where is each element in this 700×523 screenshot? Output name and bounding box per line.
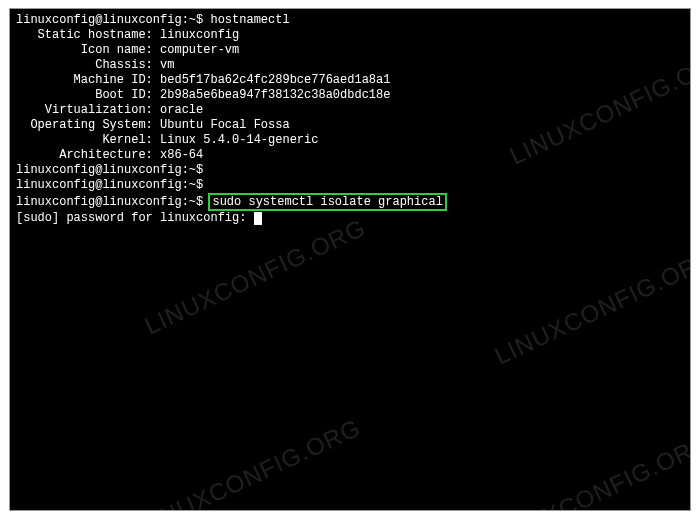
prompt-line-3: linuxconfig@linuxconfig:~$	[16, 178, 684, 193]
watermark-text: LINUXCONFIG.ORG	[493, 249, 691, 364]
sudo-password-prompt: [sudo] password for linuxconfig:	[16, 211, 684, 226]
watermark-text: LINUXCONFIG.ORG	[143, 219, 367, 334]
prompt-line-2: linuxconfig@linuxconfig:~$	[16, 163, 684, 178]
output-line: Architecture: x86-64	[16, 148, 684, 163]
output-line: Boot ID: 2b98a5e6bea947f38132c38a0dbdc18…	[16, 88, 684, 103]
output-line: Virtualization: oracle	[16, 103, 684, 118]
watermark-text: LINUXCONFIG.ORG	[488, 434, 691, 511]
output-line: Machine ID: bed5f17ba62c4fc289bce776aed1…	[16, 73, 684, 88]
prompt-line-4: linuxconfig@linuxconfig:~$ sudo systemct…	[16, 193, 684, 211]
watermark-text: LINUXCONFIG.ORG	[138, 419, 362, 511]
shell-prompt: linuxconfig@linuxconfig:~$	[16, 13, 210, 27]
prompt-line-1: linuxconfig@linuxconfig:~$ hostnamectl	[16, 13, 684, 28]
cursor-icon	[254, 212, 262, 225]
command-text: hostnamectl	[210, 13, 289, 27]
output-line: Icon name: computer-vm	[16, 43, 684, 58]
highlighted-command: sudo systemctl isolate graphical	[208, 193, 446, 211]
output-line: Static hostname: linuxconfig	[16, 28, 684, 43]
shell-prompt: linuxconfig@linuxconfig:~$	[16, 195, 210, 209]
shell-prompt: linuxconfig@linuxconfig:~$	[16, 178, 210, 192]
terminal-window[interactable]: linuxconfig@linuxconfig:~$ hostnamectl S…	[9, 8, 691, 511]
shell-prompt: linuxconfig@linuxconfig:~$	[16, 163, 210, 177]
output-line: Kernel: Linux 5.4.0-14-generic	[16, 133, 684, 148]
output-line: Chassis: vm	[16, 58, 684, 73]
output-line: Operating System: Ubuntu Focal Fossa	[16, 118, 684, 133]
